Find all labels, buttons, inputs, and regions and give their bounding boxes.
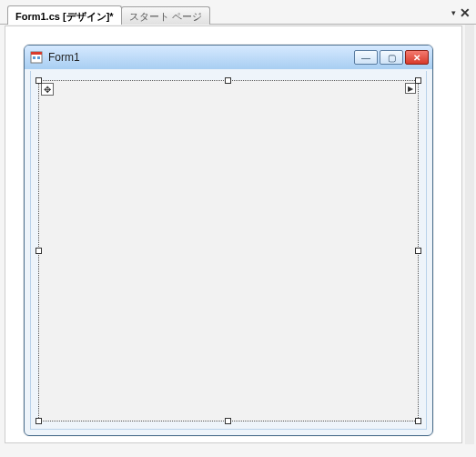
smart-tag-icon[interactable]: ▶ <box>405 83 416 94</box>
tab-form1-design[interactable]: Form1.cs [デザイン]* <box>7 5 122 25</box>
resize-handle-tm[interactable] <box>225 77 231 84</box>
selected-control[interactable]: ✥ ▶ <box>38 80 419 421</box>
close-document-button[interactable]: ✕ <box>460 8 471 17</box>
maximize-button[interactable]: ▢ <box>380 50 403 65</box>
svg-rect-3 <box>37 56 40 59</box>
resize-handle-tr[interactable] <box>415 77 421 84</box>
move-handle-icon[interactable]: ✥ <box>41 83 54 96</box>
vertical-scrollbar[interactable] <box>465 25 474 444</box>
tab-start-page[interactable]: スタート ページ <box>121 6 210 25</box>
svg-rect-2 <box>33 56 35 59</box>
form-designer-host[interactable]: Form1 — ▢ ✕ ✥ ▶ <box>24 45 433 436</box>
resize-handle-tl[interactable] <box>35 77 42 84</box>
minimize-button[interactable]: — <box>354 50 378 65</box>
window-titlebar[interactable]: Form1 — ▢ ✕ <box>25 46 432 69</box>
resize-handle-ml[interactable] <box>35 248 42 254</box>
resize-handle-bm[interactable] <box>225 418 231 424</box>
winform-window: Form1 — ▢ ✕ ✥ ▶ <box>24 45 433 436</box>
document-tabs: Form1.cs [デザイン]* スタート ページ <box>7 5 209 25</box>
designer-surface: Form1 — ▢ ✕ ✥ ▶ <box>5 25 462 443</box>
close-button[interactable]: ✕ <box>405 50 429 65</box>
resize-handle-bl[interactable] <box>35 418 42 424</box>
resize-handle-mr[interactable] <box>415 248 421 254</box>
svg-rect-1 <box>31 52 42 55</box>
form-icon <box>30 51 43 64</box>
resize-handle-br[interactable] <box>415 418 421 424</box>
form-client-area[interactable]: ✥ ▶ <box>30 71 427 430</box>
tab-overflow-dropdown[interactable]: ▾ <box>451 8 456 17</box>
window-title: Form1 <box>48 51 354 64</box>
